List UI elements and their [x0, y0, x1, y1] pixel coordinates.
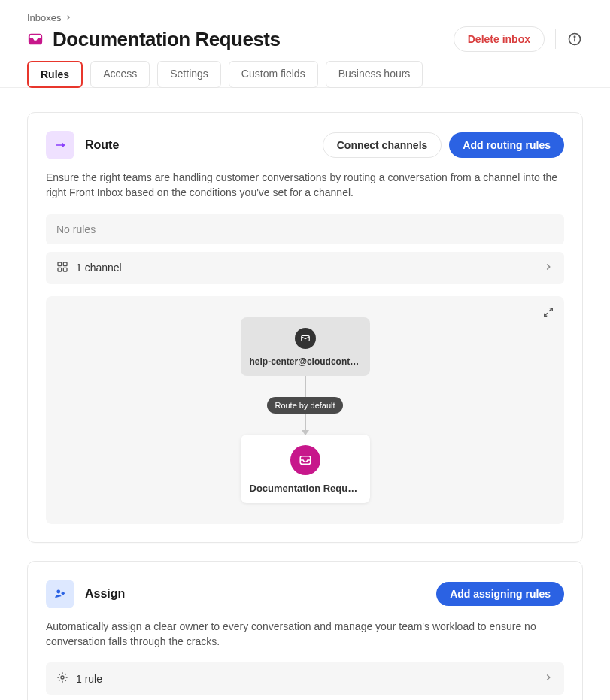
divider	[555, 29, 556, 49]
tab-access[interactable]: Access	[90, 61, 150, 88]
tab-business-hours[interactable]: Business hours	[326, 61, 423, 88]
expand-button[interactable]	[543, 307, 554, 320]
add-routing-rules-button[interactable]: Add routing rules	[449, 132, 564, 158]
route-card: Route Connect channels Add routing rules…	[27, 112, 583, 543]
svg-rect-6	[63, 268, 67, 271]
route-by-default-badge: Route by default	[267, 397, 342, 414]
inbox-node[interactable]: Documentation Requests	[241, 435, 370, 503]
channel-email-label: help-center@cloudconten…	[250, 356, 361, 367]
assign-description: Automatically assign a clear owner to ev…	[46, 619, 564, 650]
assign-card: Assign Add assigning rules Automatically…	[27, 561, 583, 700]
channels-row[interactable]: 1 channel	[46, 252, 564, 284]
gear-icon	[56, 671, 68, 686]
channel-count-label: 1 channel	[76, 262, 122, 274]
chevron-right-icon	[543, 262, 554, 274]
tab-settings[interactable]: Settings	[157, 61, 221, 88]
chevron-right-icon	[65, 14, 72, 23]
breadcrumb[interactable]: Inboxes	[27, 12, 583, 23]
route-title: Route	[85, 138, 119, 152]
svg-point-2	[574, 36, 575, 37]
route-description: Ensure the right teams are handling cust…	[46, 170, 564, 201]
inbox-tray-icon	[290, 445, 320, 475]
page-title: Documentation Requests	[53, 28, 281, 51]
svg-rect-4	[63, 262, 67, 266]
email-icon	[295, 328, 316, 349]
grid-icon	[56, 261, 68, 275]
svg-point-11	[61, 676, 64, 679]
assign-icon	[46, 580, 74, 608]
tabs: Rules Access Settings Custom fields Busi…	[0, 61, 610, 88]
svg-point-10	[56, 589, 60, 593]
tab-rules[interactable]: Rules	[27, 61, 83, 88]
connect-channels-button[interactable]: Connect channels	[323, 132, 442, 158]
channel-node[interactable]: help-center@cloudconten…	[241, 317, 370, 376]
info-button[interactable]	[566, 31, 583, 47]
connector-arrow	[305, 414, 306, 435]
breadcrumb-root[interactable]: Inboxes	[27, 12, 62, 23]
route-icon	[46, 131, 74, 159]
inbox-node-label: Documentation Requests	[250, 483, 361, 494]
inbox-icon	[27, 31, 44, 47]
rules-row[interactable]: 1 rule	[46, 662, 564, 695]
add-assigning-rules-button[interactable]: Add assigning rules	[436, 582, 564, 606]
assign-title: Assign	[85, 587, 125, 601]
svg-rect-5	[58, 268, 62, 271]
rule-count-label: 1 rule	[76, 673, 102, 685]
svg-rect-3	[58, 262, 62, 266]
routing-diagram: help-center@cloudconten… Route by defaul…	[46, 296, 564, 524]
chevron-right-icon	[543, 672, 554, 685]
connector-line	[305, 376, 306, 397]
tab-custom-fields[interactable]: Custom fields	[229, 61, 318, 88]
no-rules-row: No rules	[46, 214, 564, 244]
delete-inbox-button[interactable]: Delete inbox	[454, 26, 545, 52]
